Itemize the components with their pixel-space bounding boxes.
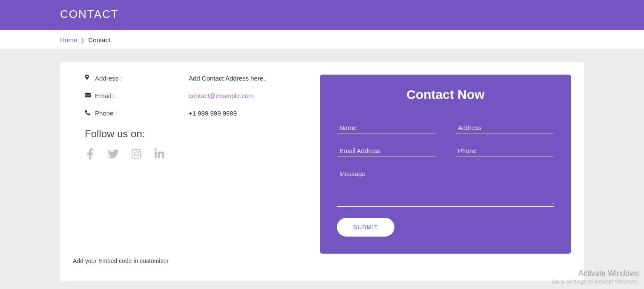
message-textarea[interactable] xyxy=(337,168,554,207)
breadcrumb-current: Contact xyxy=(88,36,110,43)
contact-form-card: Contact Now SUBMIT xyxy=(320,75,571,254)
address-input[interactable] xyxy=(455,122,554,133)
facebook-icon[interactable] xyxy=(85,148,96,159)
map-pin-icon xyxy=(85,75,95,82)
chevron-right-icon: ❯ xyxy=(80,38,85,43)
twitter-icon[interactable] xyxy=(108,148,119,159)
contact-info-column: Address : Add Contact Address here.. Ema… xyxy=(73,75,307,264)
envelope-icon xyxy=(85,92,95,99)
embed-note: Add your Embed code in customizer xyxy=(73,257,307,264)
page-title: CONTACT xyxy=(60,8,584,21)
phone-input[interactable] xyxy=(455,145,554,156)
breadcrumb-bar: Home ❯ Contact xyxy=(0,30,644,50)
breadcrumb-home-link[interactable]: Home xyxy=(60,36,77,43)
phone-row: Phone : +1 999 999 9999 xyxy=(85,110,307,117)
email-link[interactable]: contact@example.com xyxy=(189,92,254,99)
phone-value: +1 999 999 9999 xyxy=(189,110,237,117)
page-header: CONTACT xyxy=(0,0,644,30)
linkedin-icon[interactable] xyxy=(154,148,165,159)
email-label: Email : xyxy=(95,92,189,99)
contact-card: Address : Add Contact Address here.. Ema… xyxy=(60,62,584,281)
submit-button[interactable]: SUBMIT xyxy=(337,218,394,237)
address-label: Address : xyxy=(95,75,189,82)
follow-heading: Follow us on: xyxy=(85,128,307,140)
form-title: Contact Now xyxy=(337,87,554,102)
breadcrumb: Home ❯ Contact xyxy=(60,30,584,49)
address-row: Address : Add Contact Address here.. xyxy=(85,75,307,82)
phone-label: Phone : xyxy=(95,110,189,117)
social-icons xyxy=(85,148,307,159)
email-input[interactable] xyxy=(337,145,436,156)
address-value: Add Contact Address here.. xyxy=(189,75,267,82)
name-input[interactable] xyxy=(337,122,436,133)
email-row: Email : contact@example.com xyxy=(85,92,307,99)
phone-icon xyxy=(85,110,95,117)
instagram-icon[interactable] xyxy=(131,148,142,159)
